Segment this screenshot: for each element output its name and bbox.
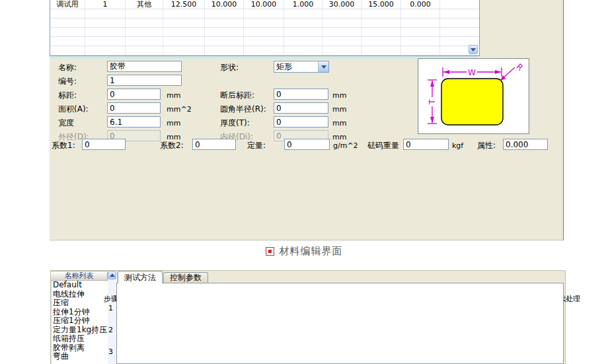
width-label: 宽度 bbox=[58, 119, 74, 127]
attribute-label: 属性: bbox=[477, 141, 496, 149]
table-hscroll-track[interactable] bbox=[50, 56, 478, 59]
table-row[interactable]: 调试用 1 其他 12.500 10.000 10.000 1.000 30.0… bbox=[50, 0, 479, 9]
outer-dia-unit: mm bbox=[167, 133, 180, 141]
dim-w-label: W bbox=[468, 68, 476, 77]
width-unit: mm bbox=[167, 120, 180, 127]
scroll-down-button[interactable] bbox=[469, 45, 478, 54]
list-item[interactable]: 弯曲 bbox=[52, 352, 108, 361]
step-number: 1 bbox=[108, 304, 113, 312]
corner-radius-unit: mm bbox=[332, 106, 346, 113]
shape-diagram-svg: W T R bbox=[418, 59, 529, 133]
weight-label: 砝码重量 bbox=[367, 141, 399, 149]
list-item[interactable]: 电线拉伸 bbox=[52, 290, 108, 299]
table-row-empty bbox=[50, 46, 479, 55]
shape-select[interactable]: 矩形 bbox=[274, 61, 329, 73]
list-item[interactable]: 压缩1分钟 bbox=[52, 316, 108, 326]
weight-unit: kgf bbox=[452, 142, 463, 149]
caption-text: 材料编辑界面 bbox=[280, 245, 343, 258]
table-row-empty bbox=[50, 9, 479, 18]
tab-control-params[interactable]: 控制参数 bbox=[163, 272, 208, 283]
grammage-label: 定量: bbox=[247, 141, 266, 149]
table-row-empty bbox=[50, 28, 479, 37]
red-square-bullet-icon bbox=[266, 247, 274, 256]
cell-v3[interactable]: 10.000 bbox=[244, 0, 284, 9]
tab-content bbox=[116, 283, 564, 364]
grammage-input[interactable] bbox=[284, 139, 330, 150]
attribute-input[interactable] bbox=[503, 139, 548, 150]
shape-label: 形状: bbox=[220, 63, 239, 71]
name-input[interactable] bbox=[107, 61, 182, 72]
figure-caption: 材料编辑界面 bbox=[0, 245, 608, 258]
thickness-label: 厚度(T): bbox=[220, 119, 250, 127]
step-number: 2 bbox=[108, 326, 113, 334]
cell-v6[interactable]: 15.000 bbox=[361, 0, 401, 9]
cell-v7[interactable]: 0.000 bbox=[401, 0, 440, 9]
test-method-panel: Default 电线拉伸 压缩 拉伸1分钟 压缩1分钟 定力量1kg持压 纸箱持… bbox=[51, 271, 565, 364]
cell-type[interactable]: 其他 bbox=[126, 0, 163, 9]
break-gauge-input[interactable] bbox=[274, 89, 328, 100]
dim-t-label: T bbox=[428, 99, 437, 105]
list-item[interactable]: Default bbox=[52, 281, 108, 290]
dim-r-label: R bbox=[515, 62, 525, 73]
list-item[interactable]: 纸箱持压 bbox=[52, 334, 108, 344]
inner-dia-unit: mm bbox=[332, 133, 346, 141]
grammage-unit: g/m^2 bbox=[333, 142, 358, 149]
list-item[interactable]: 胶带剥离 bbox=[52, 344, 108, 353]
coeff2-label: 系数2: bbox=[160, 141, 184, 149]
cell-v4[interactable]: 1.000 bbox=[284, 0, 323, 9]
chevron-up-icon bbox=[110, 273, 115, 277]
step-number: 3 bbox=[108, 347, 113, 356]
cell-name[interactable]: 调试用 bbox=[50, 0, 85, 9]
cell-v1[interactable]: 12.500 bbox=[163, 0, 205, 9]
break-gauge-unit: mm bbox=[332, 92, 346, 99]
chevron-down-icon bbox=[471, 48, 476, 52]
break-gauge-label: 断后标距: bbox=[220, 91, 254, 99]
cell-number[interactable]: 1 bbox=[85, 0, 126, 9]
cell-v5[interactable]: 30.000 bbox=[323, 0, 361, 9]
thickness-input[interactable] bbox=[274, 116, 328, 127]
tab-test-method[interactable]: 测试方法 bbox=[118, 271, 163, 283]
gauge-input[interactable] bbox=[107, 89, 161, 100]
coeff1-input[interactable] bbox=[82, 139, 126, 150]
area-label: 面积(A): bbox=[58, 105, 89, 113]
area-input[interactable] bbox=[107, 102, 161, 114]
list-header: 名称列表 bbox=[51, 271, 108, 281]
list-item[interactable]: 压缩 bbox=[52, 299, 108, 308]
table-row-empty bbox=[50, 37, 479, 46]
shape-diagram: W T R bbox=[418, 58, 529, 134]
corner-radius-input[interactable] bbox=[274, 102, 328, 114]
scroll-up-button[interactable] bbox=[108, 271, 116, 279]
cell-v2[interactable]: 10.000 bbox=[205, 0, 244, 9]
number-label: 编号: bbox=[58, 77, 77, 85]
gauge-label: 标距: bbox=[58, 91, 77, 99]
area-unit: mm^2 bbox=[167, 106, 192, 113]
width-input[interactable] bbox=[107, 116, 161, 127]
material-editor-panel: 调试用 1 其他 12.500 10.000 10.000 1.000 30.0… bbox=[50, 0, 564, 240]
list-item[interactable]: 拉伸1分钟 bbox=[52, 308, 108, 317]
name-label: 名称: bbox=[58, 63, 77, 71]
number-input[interactable] bbox=[107, 75, 182, 86]
coeff1-label: 系数1: bbox=[52, 141, 75, 149]
table-row-empty bbox=[50, 18, 479, 28]
weight-input[interactable] bbox=[403, 139, 449, 150]
chevron-down-icon bbox=[321, 65, 326, 69]
list-item[interactable]: 定力量1kg持压 bbox=[52, 326, 108, 335]
thickness-unit: mm bbox=[332, 120, 346, 127]
corner-radius-label: 圆角半径(R): bbox=[220, 105, 266, 113]
materials-table: 调试用 1 其他 12.500 10.000 10.000 1.000 30.0… bbox=[50, 0, 480, 56]
gauge-unit: mm bbox=[167, 92, 180, 99]
specimen-shape bbox=[441, 79, 503, 125]
coeff2-input[interactable] bbox=[192, 139, 236, 150]
method-name-list: Default 电线拉伸 压缩 拉伸1分钟 压缩1分钟 定力量1kg持压 纸箱持… bbox=[51, 271, 108, 364]
